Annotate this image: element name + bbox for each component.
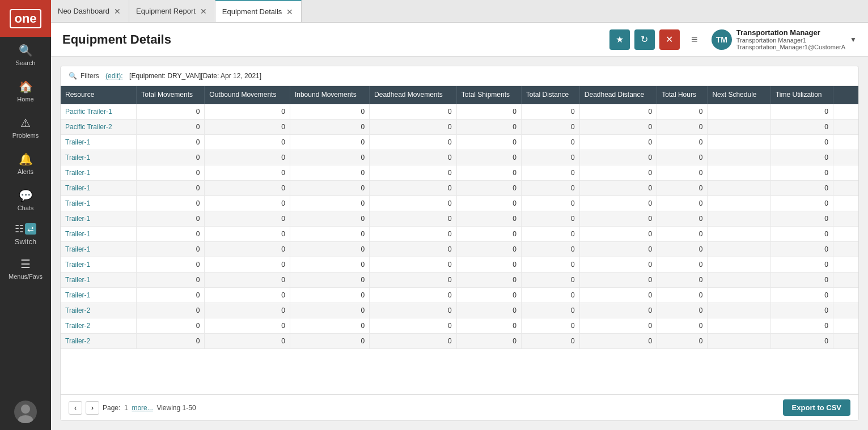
cell-total-hours: 0 — [657, 287, 708, 303]
cell-resource[interactable]: Trailer-1 — [61, 180, 137, 195]
cell-total-movements: 0 — [137, 226, 205, 241]
sidebar-item-switch[interactable]: ☷ ⇄ Switch — [0, 218, 51, 250]
tab-neo-dashboard[interactable]: Neo Dashboard ✕ — [51, 0, 129, 22]
cell-total-hours: 0 — [657, 165, 708, 180]
table-body: Pacific Trailer-1 0 0 0 0 0 0 0 0 0 Paci… — [61, 104, 858, 349]
table-row: Trailer-1 0 0 0 0 0 0 0 0 0 — [61, 195, 858, 211]
cell-inbound: 0 — [290, 303, 369, 318]
col-extra — [833, 86, 858, 104]
favorite-button[interactable]: ★ — [609, 29, 630, 50]
cell-outbound: 0 — [205, 303, 290, 318]
cell-outbound: 0 — [205, 241, 290, 257]
user-menu[interactable]: TM Transportation Manager Transportation… — [712, 28, 857, 50]
cell-resource[interactable]: Pacific Trailer-1 — [61, 104, 137, 120]
cell-deadhead-distance: 0 — [579, 226, 657, 241]
cell-extra — [833, 272, 858, 287]
cell-resource[interactable]: Trailer-2 — [61, 303, 137, 318]
cell-total-hours: 0 — [657, 180, 708, 195]
cell-total-hours: 0 — [657, 195, 708, 211]
prev-page-button[interactable]: ‹ — [69, 401, 82, 415]
cell-total-hours: 0 — [657, 211, 708, 226]
cell-resource[interactable]: Trailer-1 — [61, 134, 137, 150]
cell-extra — [833, 165, 858, 180]
export-csv-button[interactable]: Export to CSV — [783, 399, 850, 416]
main-area: Neo Dashboard ✕ Equipment Report ✕ Equip… — [51, 0, 868, 430]
sidebar-item-label: Menus/Favs — [9, 273, 43, 280]
cell-total-distance: 0 — [521, 257, 579, 272]
cell-resource[interactable]: Trailer-2 — [61, 318, 137, 333]
cell-deadhead-distance: 0 — [579, 180, 657, 195]
sidebar-item-menus[interactable]: ☰ Menus/Favs — [0, 250, 51, 287]
tab-close-neo-dashboard[interactable]: ✕ — [113, 7, 122, 15]
menu-button[interactable]: ≡ — [684, 29, 705, 50]
refresh-button[interactable]: ↻ — [634, 29, 655, 50]
cell-total-shipments: 0 — [456, 134, 521, 150]
sidebar-item-chats[interactable]: 💬 Chats — [0, 182, 51, 218]
cell-total-movements: 0 — [137, 104, 205, 120]
menu-icon: ☰ — [20, 257, 31, 271]
col-resource: Resource — [61, 86, 137, 104]
filter-text: [Equipment: DRY_VAN][Date: Apr 12, 2021] — [129, 72, 261, 80]
chat-icon: 💬 — [19, 189, 33, 202]
tab-close-equipment-report[interactable]: ✕ — [199, 7, 208, 15]
cell-total-hours: 0 — [657, 303, 708, 318]
cell-inbound: 0 — [290, 195, 369, 211]
cell-resource[interactable]: Trailer-2 — [61, 333, 137, 348]
table-row: Trailer-1 0 0 0 0 0 0 0 0 0 — [61, 180, 858, 195]
warning-icon: ⚠ — [20, 116, 31, 130]
cell-total-movements: 0 — [137, 272, 205, 287]
cell-deadhead: 0 — [370, 165, 457, 180]
cell-total-movements: 0 — [137, 303, 205, 318]
cell-resource[interactable]: Pacific Trailer-2 — [61, 119, 137, 134]
logo[interactable]: one — [0, 0, 51, 37]
cell-next-schedule — [708, 195, 770, 211]
filter-edit-link[interactable]: (edit): — [105, 72, 123, 80]
col-deadhead-distance: Deadhead Distance — [579, 86, 657, 104]
cell-extra — [833, 287, 858, 303]
cell-extra — [833, 180, 858, 195]
cell-extra — [833, 226, 858, 241]
sidebar-item-alerts[interactable]: 🔔 Alerts — [0, 146, 51, 182]
cell-deadhead-distance: 0 — [579, 318, 657, 333]
tab-label: Equipment Details — [222, 7, 282, 16]
viewing-label: Viewing 1-50 — [156, 404, 196, 412]
search-icon: 🔍 — [19, 44, 33, 57]
sidebar-item-problems[interactable]: ⚠ Problems — [0, 109, 51, 146]
cell-resource[interactable]: Trailer-1 — [61, 211, 137, 226]
cell-resource[interactable]: Trailer-1 — [61, 165, 137, 180]
cell-deadhead: 0 — [370, 104, 457, 120]
cell-inbound: 0 — [290, 241, 369, 257]
tab-equipment-report[interactable]: Equipment Report ✕ — [129, 0, 215, 22]
cell-time-utilization: 0 — [770, 119, 833, 134]
cell-deadhead-distance: 0 — [579, 303, 657, 318]
sidebar-item-search[interactable]: 🔍 Search — [0, 37, 51, 73]
table-wrapper[interactable]: Resource Total Movements Outbound Moveme… — [61, 86, 858, 394]
switch-icons: ☷ ⇄ — [15, 223, 36, 235]
cell-next-schedule — [708, 272, 770, 287]
cell-resource[interactable]: Trailer-1 — [61, 226, 137, 241]
cell-deadhead: 0 — [370, 226, 457, 241]
cell-resource[interactable]: Trailer-1 — [61, 241, 137, 257]
close-button[interactable]: ✕ — [659, 29, 680, 50]
more-pages-link[interactable]: more... — [132, 404, 153, 412]
cell-time-utilization: 0 — [770, 195, 833, 211]
tab-close-equipment-details[interactable]: ✕ — [285, 8, 294, 16]
cell-total-shipments: 0 — [456, 303, 521, 318]
table-row: Trailer-1 0 0 0 0 0 0 0 0 0 — [61, 150, 858, 165]
cell-resource[interactable]: Trailer-1 — [61, 272, 137, 287]
cell-resource[interactable]: Trailer-1 — [61, 257, 137, 272]
home-icon: 🏠 — [19, 80, 33, 93]
cell-total-distance: 0 — [521, 287, 579, 303]
sidebar-avatar[interactable] — [0, 394, 51, 430]
cell-inbound: 0 — [290, 104, 369, 120]
col-total-distance: Total Distance — [521, 86, 579, 104]
cell-resource[interactable]: Trailer-1 — [61, 150, 137, 165]
cell-next-schedule — [708, 150, 770, 165]
sidebar-item-home[interactable]: 🏠 Home — [0, 73, 51, 109]
cell-resource[interactable]: Trailer-1 — [61, 287, 137, 303]
cell-deadhead-distance: 0 — [579, 104, 657, 120]
sidebar-item-label: Problems — [12, 132, 39, 139]
tab-equipment-details[interactable]: Equipment Details ✕ — [215, 0, 302, 22]
cell-resource[interactable]: Trailer-1 — [61, 195, 137, 211]
next-page-button[interactable]: › — [86, 401, 99, 415]
